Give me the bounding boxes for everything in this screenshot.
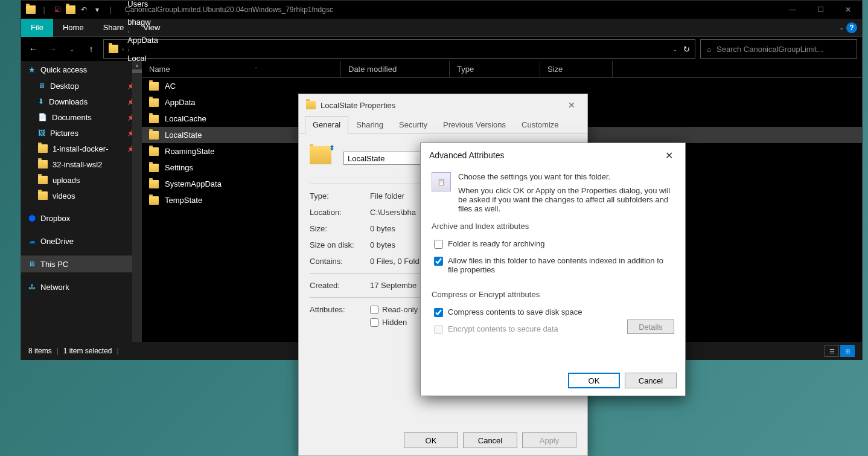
advanced-attributes-dialog: Advanced Attributes ✕ 📋 Choose the setti… <box>420 143 686 396</box>
nav-forward[interactable]: → <box>45 42 60 56</box>
adv-encrypt-label: Encrypt contents to secure data <box>448 324 558 333</box>
adv-cancel-button[interactable]: Cancel <box>625 373 677 388</box>
customize-qat-icon[interactable]: ▾ <box>92 5 102 14</box>
sidebar-item-icon: ⬇ <box>38 97 44 106</box>
ribbon-expand-icon[interactable]: ⌄ <box>839 24 844 31</box>
col-date[interactable]: Date modified <box>341 61 450 77</box>
sidebar-item-label: Desktop <box>50 82 79 91</box>
props-close-button[interactable]: ✕ <box>563 98 580 112</box>
props-type-label: Type: <box>310 191 370 201</box>
props-apply-button[interactable]: Apply <box>522 432 576 448</box>
breadcrumb-bhagw[interactable]: bhagw <box>127 18 353 27</box>
addr-dropdown-icon[interactable]: ⌄ <box>672 46 677 53</box>
sidebar-item-1-install-docker-[interactable]: 1-install-docker-📌 <box>21 141 142 156</box>
view-details-button[interactable]: ☰ <box>825 345 839 357</box>
sidebar-item-label: Documents <box>52 113 92 122</box>
column-headers: Name ˄ Date modified Type Size <box>142 61 862 78</box>
nav-back[interactable]: ← <box>26 42 40 56</box>
sidebar-item-32-install-wsl2[interactable]: 32-install-wsl2 <box>21 156 142 172</box>
sidebar-item-videos[interactable]: videos <box>21 188 142 204</box>
dropbox-icon: ⬢ <box>28 213 36 223</box>
nav-up[interactable]: ↑ <box>84 42 98 56</box>
breadcrumb-users[interactable]: Users <box>127 0 353 8</box>
file-row-ac[interactable]: AC <box>142 78 862 94</box>
minimize-button[interactable]: — <box>779 1 806 19</box>
sidebar-item-label: uploads <box>53 176 80 185</box>
sidebar-quick-access[interactable]: ★ Quick access <box>21 61 142 78</box>
props-ok-button[interactable]: OK <box>404 432 458 448</box>
tab-file[interactable]: File <box>21 19 53 37</box>
props-tab-security[interactable]: Security <box>391 116 435 133</box>
properties-icon[interactable]: ☑ <box>53 5 62 14</box>
props-title-text: LocalState Properties <box>321 101 395 110</box>
breadcrumb-appdata[interactable]: AppData <box>127 36 353 45</box>
pc-icon: 🖥 <box>28 260 36 268</box>
sidebar-item-label: 32-install-wsl2 <box>53 160 102 169</box>
network-icon: 🖧 <box>28 283 36 291</box>
folder-icon <box>38 176 48 184</box>
sidebar-item-documents[interactable]: 📄Documents📌 <box>21 109 142 125</box>
maximize-button[interactable]: ☐ <box>806 1 834 19</box>
col-name[interactable]: Name ˄ <box>142 61 341 77</box>
search-box[interactable]: ⌕ Search CanonicalGroupLimit... <box>700 39 857 59</box>
sidebar-item-downloads[interactable]: ⬇Downloads📌 <box>21 94 142 109</box>
sidebar-item-uploads[interactable]: uploads <box>21 172 142 188</box>
titlebar-sep-icon: | <box>39 5 49 14</box>
adv-index-check[interactable] <box>434 257 443 266</box>
file-name: RoamingState <box>165 147 214 156</box>
status-divider: | <box>57 347 59 355</box>
props-tab-sharing[interactable]: Sharing <box>348 116 391 133</box>
sidebar-network[interactable]: 🖧 Network <box>21 278 142 295</box>
sidebar-thispc-label: This PC <box>40 260 68 269</box>
breadcrumb-sep[interactable]: › <box>127 28 129 35</box>
props-hidden-check[interactable] <box>370 318 378 327</box>
adv-ok-button[interactable]: OK <box>568 373 620 388</box>
sidebar-dropbox[interactable]: ⬢ Dropbox <box>21 210 142 226</box>
folder-icon <box>38 160 48 169</box>
breadcrumb-sep[interactable]: › <box>127 47 129 53</box>
adv-close-button[interactable]: ✕ <box>662 149 677 162</box>
props-titlebar: LocalState Properties ✕ <box>299 94 587 116</box>
props-sod-label: Size on disk: <box>310 240 370 249</box>
new-folder-icon[interactable] <box>66 5 75 14</box>
adv-index-label: Allow files in this folder to have conte… <box>448 256 674 274</box>
sidebar-onedrive[interactable]: ☁ OneDrive <box>21 233 142 249</box>
adv-archive-check[interactable] <box>434 240 443 249</box>
folder-icon <box>149 147 159 156</box>
sidebar-scrollbar[interactable]: ▲ <box>132 61 142 342</box>
sidebar-item-icon: 📄 <box>38 113 47 121</box>
adv-compress-check[interactable] <box>434 308 443 317</box>
col-type[interactable]: Type <box>450 61 540 77</box>
undo-icon[interactable]: ↶ <box>79 5 89 14</box>
adv-titlebar: Advanced Attributes ✕ <box>421 143 685 167</box>
props-size-label: Size: <box>310 224 370 233</box>
sidebar-onedrive-label: OneDrive <box>40 237 74 246</box>
help-icon[interactable]: ? <box>846 22 857 33</box>
props-tab-customize[interactable]: Customize <box>514 116 566 133</box>
address-bar[interactable]: › Users › bhagw › AppData › Local › Pack… <box>103 39 695 59</box>
sidebar-item-pictures[interactable]: 🖼Pictures📌 <box>21 125 142 141</box>
close-button[interactable]: ✕ <box>834 1 862 19</box>
folder-icon <box>149 180 159 188</box>
tab-home[interactable]: Home <box>53 19 94 37</box>
breadcrumb-sep[interactable]: › <box>127 10 129 17</box>
view-large-button[interactable]: ⊞ <box>840 345 855 357</box>
refresh-icon[interactable]: ↻ <box>683 45 690 54</box>
sidebar-item-desktop[interactable]: 🖥Desktop📌 <box>21 78 142 94</box>
file-name: Settings <box>165 163 193 172</box>
sidebar-thispc[interactable]: 🖥 This PC <box>21 255 142 272</box>
desktop-icons <box>0 0 21 456</box>
nav-recent[interactable]: ⌄ <box>65 42 79 56</box>
file-name: LocalState <box>165 130 202 140</box>
props-tab-previous[interactable]: Previous Versions <box>435 116 514 133</box>
col-size[interactable]: Size <box>540 61 613 77</box>
props-contains-label: Contains: <box>310 257 370 266</box>
adv-details-button: Details <box>627 320 674 334</box>
props-tab-general[interactable]: General <box>305 116 348 134</box>
navbar: ← → ⌄ ↑ › Users › bhagw › AppData › Loca… <box>21 37 862 61</box>
props-readonly-check[interactable] <box>370 306 378 314</box>
file-name: SystemAppData <box>165 179 222 188</box>
props-cancel-button[interactable]: Cancel <box>463 432 517 448</box>
adv-folder-settings-icon: 📋 <box>432 172 451 191</box>
folder-icon <box>149 131 159 140</box>
